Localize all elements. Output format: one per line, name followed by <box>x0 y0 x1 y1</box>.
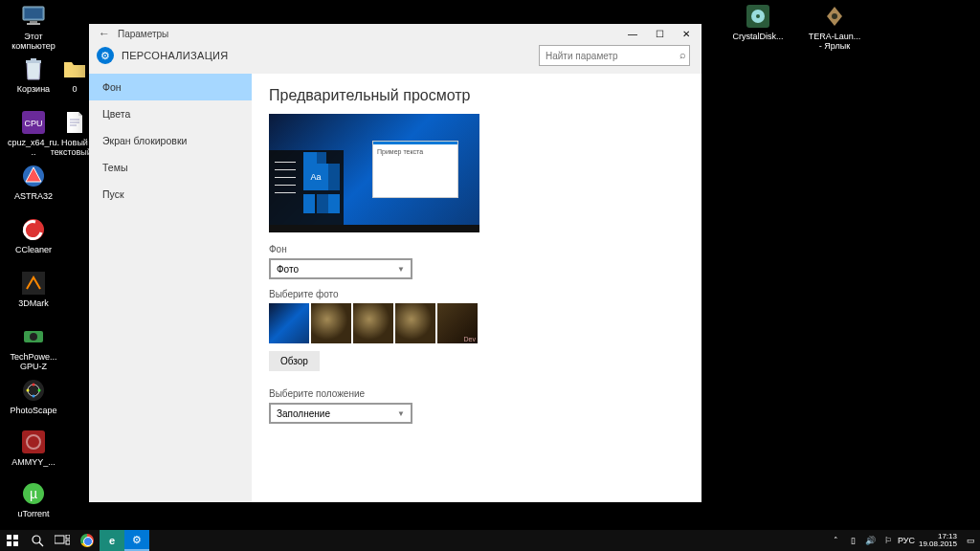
desktop-icon-3dmark[interactable]: 3DMark <box>5 270 62 308</box>
desktop-icon-tera[interactable]: TERA-Laun... - Ярлык <box>806 3 863 52</box>
desktop-icon-astra32[interactable]: ASTRA32 <box>5 163 62 201</box>
browse-button[interactable]: Обзор <box>269 351 320 371</box>
svg-rect-2 <box>30 21 37 23</box>
ccleaner-icon <box>20 216 47 243</box>
icon-label: TechPowe... GPU-Z <box>5 352 62 372</box>
tray-lang[interactable]: РУС <box>898 536 913 545</box>
desktop-icon-photoscape[interactable]: PhotoScape <box>5 377 62 415</box>
dropdown-value: Фото <box>277 264 299 275</box>
taskbar: e ⚙ ˄ ▯ 🔊 ⚐ РУС 17:13 19.08.2015 ▭ <box>0 530 980 551</box>
titlebar[interactable]: ← Параметры — ☐ ✕ <box>89 24 702 43</box>
photo-thumb-3[interactable] <box>353 303 393 343</box>
svg-rect-30 <box>7 535 11 540</box>
desktop-icon-this-pc[interactable]: Этот компьютер <box>5 3 62 52</box>
taskbar-app-1[interactable]: e <box>100 530 124 551</box>
preview-heading: Предварительный просмотр <box>269 87 684 104</box>
maximize-button[interactable]: ☐ <box>646 24 673 43</box>
sidebar: Фон Цвета Экран блокировки Темы Пуск <box>89 74 252 502</box>
desktop-icon-crystaldisk[interactable]: CrystalDisk... <box>729 3 787 41</box>
svg-rect-5 <box>31 58 36 60</box>
tray-chevron-up-icon[interactable]: ˄ <box>829 536 844 545</box>
tray-network-icon[interactable]: ▯ <box>846 536 861 545</box>
sidebar-item-colors[interactable]: Цвета <box>89 100 252 127</box>
svg-point-29 <box>832 13 837 19</box>
choose-photo-label: Выберите фото <box>269 289 684 299</box>
folder-icon <box>61 55 88 82</box>
fit-dropdown[interactable]: Заполнение ▼ <box>269 403 412 424</box>
svg-rect-1 <box>25 9 42 18</box>
dropdown-value: Заполнение <box>277 408 330 419</box>
search-button[interactable] <box>25 530 50 551</box>
window-title: Параметры <box>118 29 168 39</box>
chevron-down-icon: ▼ <box>397 265 405 274</box>
svg-rect-19 <box>22 430 45 453</box>
svg-point-18 <box>27 389 30 392</box>
icon-label: uTorrent <box>5 509 62 518</box>
icon-label: PhotoScape <box>5 406 62 415</box>
tray-notifications-icon[interactable]: ▭ <box>963 536 978 545</box>
svg-point-12 <box>30 333 37 341</box>
page-heading: ПЕРСОНАЛИЗАЦИЯ <box>122 50 229 61</box>
sidebar-item-start[interactable]: Пуск <box>89 181 252 208</box>
icon-label: TERA-Laun... - Ярлык <box>806 32 863 52</box>
text-file-icon <box>61 109 88 136</box>
desktop-icon-gpuz[interactable]: TechPowe... GPU-Z <box>5 323 62 372</box>
ammyy-icon <box>20 429 47 455</box>
fit-label: Выберите положение <box>269 388 684 399</box>
tray-flag-icon[interactable]: ⚐ <box>880 536 896 545</box>
desktop-icon-ccleaner[interactable]: CCleaner <box>5 216 62 254</box>
chevron-down-icon: ▼ <box>397 409 405 418</box>
sidebar-item-themes[interactable]: Темы <box>89 154 252 181</box>
back-button[interactable]: ← <box>91 24 118 43</box>
svg-rect-3 <box>27 23 40 25</box>
3dmark-icon <box>20 270 47 297</box>
recycle-bin-icon <box>20 55 47 82</box>
background-dropdown[interactable]: Фото ▼ <box>269 258 412 279</box>
svg-line-35 <box>39 542 43 546</box>
taskbar-clock[interactable]: 17:13 19.08.2015 <box>915 533 961 548</box>
svg-point-16 <box>38 389 41 392</box>
svg-text:µ: µ <box>30 486 37 501</box>
sidebar-item-lockscreen[interactable]: Экран блокировки <box>89 127 252 154</box>
svg-point-34 <box>33 536 40 543</box>
svg-point-28 <box>756 14 760 18</box>
svg-rect-38 <box>66 540 70 544</box>
icon-label: CCleaner <box>5 245 62 254</box>
icon-label: CrystalDisk... <box>729 32 787 41</box>
photo-thumb-5[interactable] <box>437 303 478 343</box>
sidebar-item-background[interactable]: Фон <box>89 74 252 100</box>
taskbar-settings[interactable]: ⚙ <box>124 530 149 551</box>
photo-thumb-4[interactable] <box>395 303 435 343</box>
icon-label: Этот компьютер <box>5 32 62 52</box>
svg-rect-32 <box>7 541 11 546</box>
clock-date: 19.08.2015 <box>919 540 957 548</box>
photo-thumb-1[interactable] <box>269 303 309 343</box>
gear-icon: ⚙ <box>97 47 114 64</box>
background-label: Фон <box>269 244 684 254</box>
svg-point-17 <box>33 395 35 398</box>
cpuz-icon: CPU <box>20 109 47 136</box>
minimize-button[interactable]: — <box>619 24 646 43</box>
astra32-icon <box>20 163 47 189</box>
system-tray: ˄ ▯ 🔊 ⚐ РУС 17:13 19.08.2015 ▭ <box>829 533 980 548</box>
svg-point-13 <box>23 380 44 401</box>
svg-rect-4 <box>26 60 41 63</box>
svg-point-15 <box>33 384 35 386</box>
desktop-icon-utorrent[interactable]: µ uTorrent <box>5 480 62 518</box>
photo-thumbnails <box>269 303 684 343</box>
tray-volume-icon[interactable]: 🔊 <box>863 536 879 545</box>
photoscape-icon <box>20 377 47 404</box>
desktop-icon-ammyy[interactable]: AMMYY_... <box>5 429 62 467</box>
taskview-button[interactable] <box>50 530 75 551</box>
start-button[interactable] <box>0 530 25 551</box>
settings-window: ← Параметры — ☐ ✕ ⚙ ПЕРСОНАЛИЗАЦИЯ ⌕ Фон… <box>89 24 702 502</box>
monitor-icon <box>20 3 47 30</box>
close-button[interactable]: ✕ <box>673 24 700 43</box>
taskbar-chrome[interactable] <box>75 530 100 551</box>
search-input[interactable] <box>539 45 690 66</box>
tera-icon <box>821 3 848 30</box>
preview-tile-aa: Aa <box>303 164 328 190</box>
crystaldisk-icon <box>745 3 771 30</box>
svg-rect-10 <box>22 272 45 295</box>
photo-thumb-2[interactable] <box>311 303 351 343</box>
